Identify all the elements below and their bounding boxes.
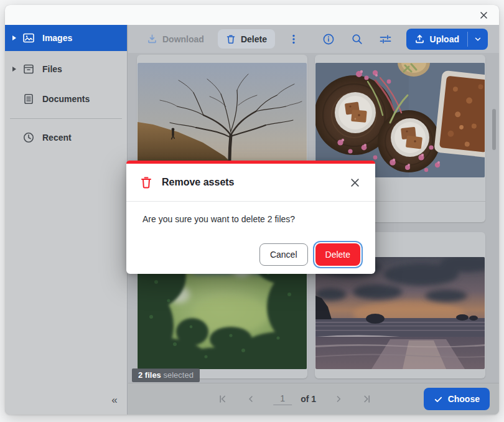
last-page-icon[interactable] bbox=[361, 393, 373, 405]
sidebar-item-label: Images bbox=[42, 33, 72, 43]
dialog-message: Are you sure you want to delete 2 files? bbox=[126, 202, 375, 224]
download-icon bbox=[147, 34, 157, 44]
choose-button[interactable]: Choose bbox=[424, 388, 490, 410]
sidebar-item-images[interactable]: Images bbox=[5, 25, 127, 51]
check-icon bbox=[434, 395, 443, 404]
sidebar-collapse-icon[interactable]: « bbox=[107, 393, 122, 407]
asset-thumbnail bbox=[138, 257, 307, 369]
dialog-footer: Cancel Delete bbox=[259, 243, 362, 266]
footer-bar: of 1 Choose bbox=[128, 383, 499, 415]
dialog-header: Remove assets bbox=[126, 164, 375, 202]
sidebar-item-label: Documents bbox=[42, 94, 90, 104]
cancel-button[interactable]: Cancel bbox=[259, 243, 308, 266]
window-titlebar bbox=[5, 5, 499, 25]
download-label: Download bbox=[162, 34, 204, 44]
upload-icon bbox=[414, 34, 425, 44]
download-button[interactable]: Download bbox=[147, 34, 204, 44]
confirm-delete-button[interactable]: Delete bbox=[315, 243, 360, 266]
filter-icon[interactable] bbox=[379, 32, 393, 46]
prev-page-icon[interactable] bbox=[245, 393, 257, 405]
sidebar-item-files[interactable]: Files bbox=[5, 56, 127, 82]
sidebar-item-label: Files bbox=[42, 64, 62, 74]
remove-assets-dialog: Remove assets Are you sure you want to d… bbox=[126, 161, 375, 274]
more-actions-icon[interactable] bbox=[289, 34, 299, 45]
sidebar-item-recent[interactable]: Recent bbox=[5, 124, 127, 151]
window-close-icon[interactable] bbox=[477, 8, 490, 22]
selection-count: 2 files bbox=[138, 370, 161, 380]
asset-thumbnail bbox=[315, 257, 485, 369]
delete-button[interactable]: Delete bbox=[218, 29, 275, 49]
delete-label: Delete bbox=[241, 34, 267, 44]
sidebar-item-documents[interactable]: Documents bbox=[5, 86, 127, 112]
dialog-title: Remove assets bbox=[162, 177, 235, 188]
upload-label: Upload bbox=[430, 34, 459, 44]
clock-icon bbox=[22, 131, 35, 144]
info-icon[interactable] bbox=[322, 32, 335, 46]
files-icon bbox=[22, 63, 35, 75]
next-page-icon[interactable] bbox=[332, 393, 345, 405]
page-number-input[interactable] bbox=[273, 393, 292, 405]
trash-icon bbox=[226, 34, 236, 44]
selection-badge: 2 files selected bbox=[132, 368, 200, 382]
upload-caret-icon[interactable] bbox=[468, 29, 488, 50]
sidebar-item-label: Recent bbox=[42, 133, 72, 143]
upload-button[interactable]: Upload bbox=[406, 29, 488, 50]
trash-icon bbox=[140, 176, 152, 189]
selection-suffix: selected bbox=[163, 370, 193, 380]
toolbar: Download Delete bbox=[128, 25, 499, 53]
dialog-close-icon[interactable] bbox=[348, 176, 362, 189]
sidebar: Images Files Documents Recent « bbox=[5, 25, 128, 415]
disclosure-triangle-icon[interactable] bbox=[10, 35, 19, 41]
images-icon bbox=[22, 32, 35, 44]
choose-label: Choose bbox=[448, 394, 480, 404]
search-icon[interactable] bbox=[350, 32, 364, 46]
first-page-icon[interactable] bbox=[216, 393, 228, 405]
pagination: of 1 bbox=[216, 383, 373, 415]
sidebar-divider bbox=[10, 118, 122, 119]
documents-icon bbox=[22, 93, 35, 105]
disclosure-triangle-icon[interactable] bbox=[10, 66, 19, 72]
scrollbar-thumb[interactable] bbox=[492, 109, 496, 150]
page-count-label: of 1 bbox=[301, 394, 316, 404]
